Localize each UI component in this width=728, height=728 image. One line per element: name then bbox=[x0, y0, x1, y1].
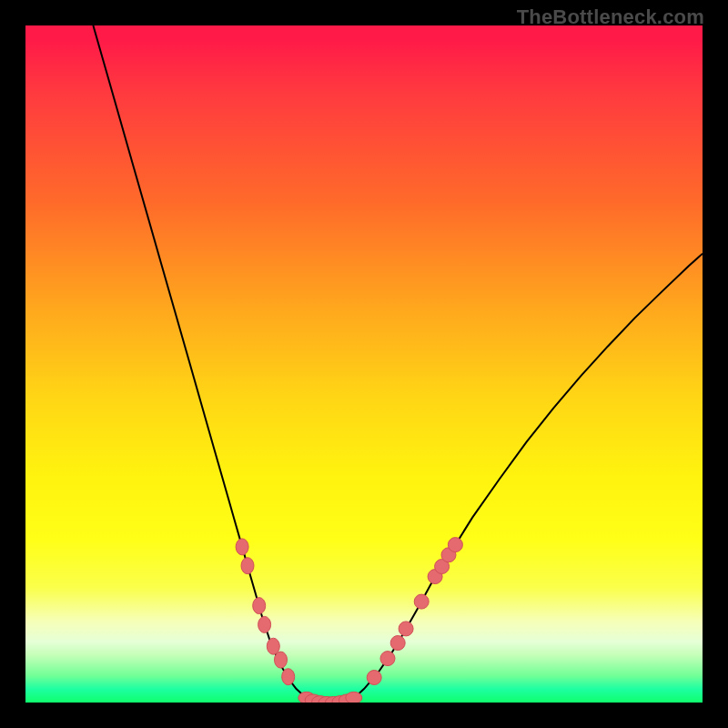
marker-dot bbox=[275, 652, 288, 668]
chart-frame: TheBottleneck.com bbox=[0, 0, 728, 728]
marker-dot bbox=[253, 598, 266, 614]
marker-dot bbox=[399, 622, 413, 636]
marker-dot bbox=[448, 538, 462, 552]
curve-line bbox=[93, 25, 703, 703]
marker-dot bbox=[267, 638, 279, 654]
marker-dot bbox=[367, 671, 381, 685]
curve-markers bbox=[236, 538, 462, 703]
marker-dot bbox=[380, 652, 395, 666]
marker-dot bbox=[258, 616, 271, 632]
watermark-text: TheBottleneck.com bbox=[517, 5, 704, 29]
marker-dot bbox=[346, 692, 362, 703]
marker-dot bbox=[282, 669, 295, 685]
bottleneck-curve bbox=[25, 25, 703, 703]
marker-dot bbox=[236, 539, 248, 555]
marker-dot bbox=[390, 636, 405, 651]
marker-dot bbox=[414, 594, 429, 609]
marker-dot bbox=[241, 558, 254, 574]
plot-area bbox=[25, 25, 703, 703]
